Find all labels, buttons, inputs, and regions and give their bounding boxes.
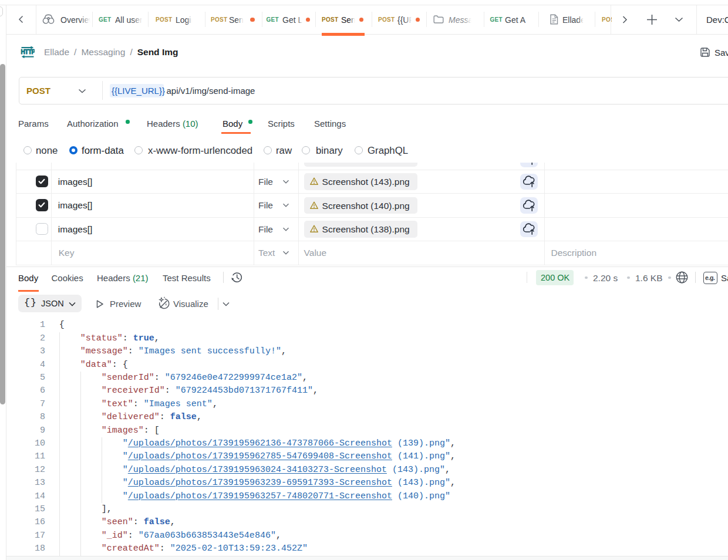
svg-text:HTTP: HTTP: [21, 49, 35, 55]
